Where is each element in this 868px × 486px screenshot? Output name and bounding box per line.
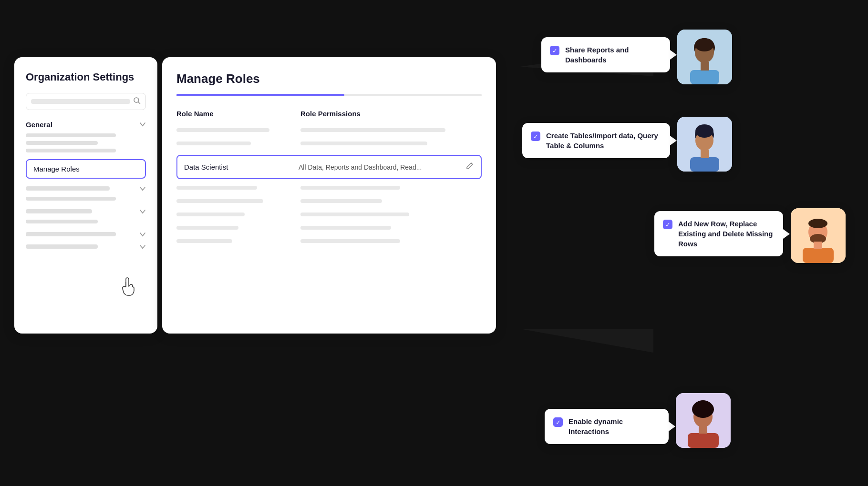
manage-roles-item[interactable]: Manage Roles [26, 159, 146, 179]
sidebar-card: Organization Settings General [14, 57, 157, 334]
cursor-hand [119, 277, 136, 301]
table-row [176, 142, 482, 148]
tooltip-create-tables-text: Create Tables/Import data, Query Table &… [546, 131, 661, 151]
table-row [176, 199, 482, 206]
sidebar-line [26, 220, 98, 223]
sub-chevron [139, 243, 146, 251]
sidebar-section-general: General [26, 121, 146, 152]
search-input-mock [31, 99, 130, 104]
checkbox-create-tables: ✓ [531, 132, 540, 141]
checkbox-dynamic: ✓ [553, 417, 563, 427]
tooltip-create-tables: ✓ Create Tables/Import data, Query Table… [522, 123, 670, 158]
general-chevron [139, 121, 146, 128]
tooltip-arrow [670, 50, 677, 60]
main-title: Manage Roles [176, 71, 482, 86]
sidebar-line [26, 141, 98, 145]
edit-icon[interactable] [465, 162, 474, 172]
main-card: Manage Roles Role Name Role Permissions … [162, 57, 496, 334]
sub-chevron [139, 184, 146, 193]
sidebar-sub-line [26, 244, 98, 249]
svg-rect-25 [803, 248, 834, 263]
sub-chevron [139, 207, 146, 216]
tooltip-arrow [669, 422, 675, 431]
table-row [176, 128, 482, 135]
svg-marker-3 [520, 329, 653, 353]
tooltip-dynamic: ✓ Enable dynamic Interactions [545, 409, 669, 444]
tooltip-share: ✓ Share Reports and Dashboards [541, 37, 670, 72]
sidebar-sub-line [26, 232, 116, 236]
svg-line-5 [138, 102, 140, 104]
tooltip-share-text: Share Reports and Dashboards [565, 45, 661, 65]
svg-rect-32 [699, 426, 707, 434]
sidebar-sub-line [26, 209, 92, 213]
checkbox-add-row: ✓ [663, 220, 672, 229]
role-perms-value: All Data, Reports and Dashboard, Read... [299, 163, 465, 171]
table-row [176, 186, 482, 192]
svg-point-12 [695, 38, 714, 51]
table-row [176, 213, 482, 219]
svg-rect-26 [814, 242, 822, 249]
search-box[interactable] [26, 93, 146, 110]
table-row [176, 239, 482, 246]
progress-bar [176, 94, 482, 96]
manage-roles-label: Manage Roles [33, 165, 80, 173]
svg-rect-19 [690, 157, 719, 172]
svg-rect-14 [701, 62, 709, 71]
sub-chevron [139, 230, 146, 239]
tooltip-arrow [783, 229, 790, 239]
general-label: General [26, 121, 52, 129]
avatar3 [791, 208, 846, 263]
tooltip-dynamic-text: Enable dynamic Interactions [568, 416, 660, 436]
svg-point-18 [695, 124, 713, 138]
col-role-perms: Role Permissions [300, 110, 482, 118]
col-role-name: Role Name [176, 110, 300, 118]
svg-rect-20 [701, 150, 709, 158]
tooltip-add-row-text: Add New Row, Replace Existing and Delete… [678, 219, 775, 249]
svg-point-30 [693, 400, 713, 415]
avatar4 [676, 393, 731, 448]
table-row [176, 226, 482, 233]
sidebar-title: Organization Settings [26, 71, 146, 84]
tooltip-arrow [670, 136, 677, 145]
sidebar-line [26, 197, 116, 201]
tooltip-add-row: ✓ Add New Row, Replace Existing and Dele… [654, 211, 783, 256]
progress-bar-fill [176, 94, 344, 96]
sidebar-sub-line [26, 186, 110, 191]
checkbox-share: ✓ [550, 46, 559, 55]
table-header: Role Name Role Permissions [176, 110, 482, 122]
sidebar-line [26, 149, 116, 152]
sidebar-line [26, 133, 116, 137]
search-icon [133, 97, 141, 106]
highlighted-row[interactable]: Data Scientist All Data, Reports and Das… [176, 155, 482, 179]
svg-rect-31 [688, 433, 719, 448]
avatar2 [677, 117, 732, 172]
svg-rect-13 [690, 70, 719, 84]
avatar1 [677, 30, 732, 84]
role-name-value: Data Scientist [184, 163, 299, 171]
svg-point-24 [808, 219, 827, 228]
